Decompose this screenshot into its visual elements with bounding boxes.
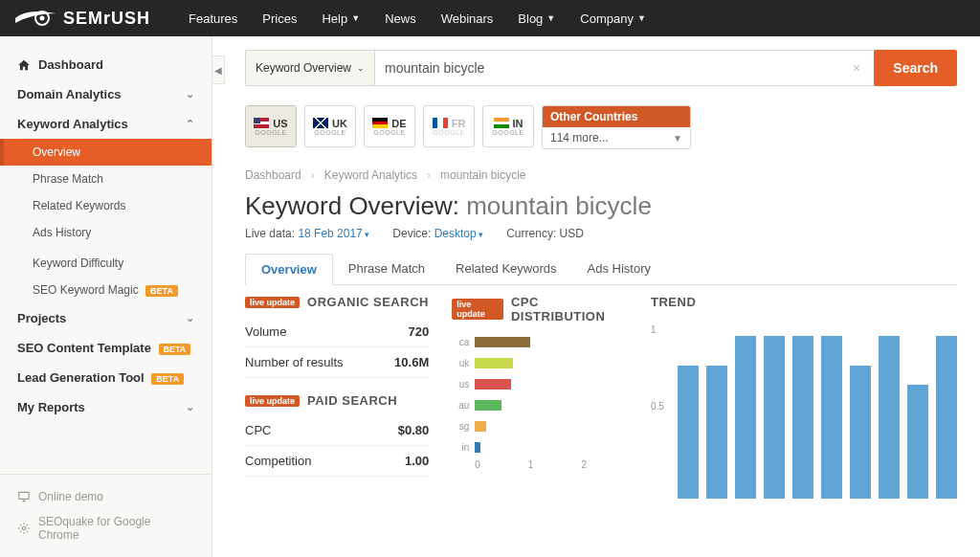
sidebar-lead-generation-tool[interactable]: Lead Generation Tool BETA bbox=[0, 363, 212, 392]
flag-us-icon bbox=[254, 118, 269, 128]
trend-title: TREND bbox=[651, 295, 696, 309]
country-in[interactable]: IN GOOGLE bbox=[482, 105, 534, 147]
trend-bar bbox=[821, 336, 842, 499]
nav-webinars[interactable]: Webinars bbox=[441, 11, 494, 26]
flag-de-icon bbox=[372, 118, 388, 128]
svg-point-1 bbox=[40, 16, 45, 21]
sidebar-sub-related-keywords[interactable]: Related Keywords bbox=[0, 192, 212, 219]
flag-fr-icon bbox=[433, 118, 448, 128]
country-selector: US GOOGLE UK GOOGLE DE GOOGLE FR GOOGLE … bbox=[245, 105, 957, 149]
caret-down-icon: ▼ bbox=[637, 13, 646, 23]
cpc-bar-label: sg bbox=[452, 421, 469, 432]
top-nav: SEMrUSH Features Prices Help▼ News Webin… bbox=[0, 0, 980, 36]
caret-down-icon: ▼ bbox=[546, 13, 555, 23]
nav-company[interactable]: Company▼ bbox=[580, 11, 646, 26]
sidebar-collapse-toggle[interactable]: ◀ bbox=[212, 56, 225, 84]
search-button[interactable]: Search bbox=[874, 50, 957, 86]
nav-help[interactable]: Help▼ bbox=[322, 11, 360, 26]
trend-ytick-1: 1 bbox=[651, 324, 657, 335]
trend-bar bbox=[936, 336, 957, 499]
main-content: ◀ Keyword Overview ⌄ × Search US GOOGLE … bbox=[212, 36, 980, 557]
gear-icon bbox=[17, 522, 31, 535]
sidebar-sub-keyword-difficulty[interactable]: Keyword Difficulty bbox=[0, 250, 212, 277]
trend-ytick-05: 0.5 bbox=[651, 401, 664, 412]
kv-competition: Competition 1.00 bbox=[245, 446, 429, 477]
sidebar-domain-analytics[interactable]: Domain Analytics ⌄ bbox=[0, 79, 212, 109]
cpc-bar-label: au bbox=[452, 400, 469, 411]
country-de[interactable]: DE GOOGLE bbox=[364, 105, 415, 147]
sidebar-sub-phrase-match[interactable]: Phrase Match bbox=[0, 166, 212, 192]
nav-news[interactable]: News bbox=[385, 11, 416, 26]
beta-badge: BETA bbox=[145, 285, 178, 297]
currency-value: USD bbox=[560, 227, 584, 240]
tab-overview[interactable]: Overview bbox=[245, 254, 333, 285]
cpc-bar bbox=[475, 442, 480, 453]
panel-trend: TREND 1 0.5 bbox=[651, 295, 957, 499]
nav-prices[interactable]: Prices bbox=[262, 11, 297, 26]
crumb-current: mountain bicycle bbox=[440, 168, 525, 182]
crumb-dashboard[interactable]: Dashboard bbox=[245, 168, 301, 182]
nav-features[interactable]: Features bbox=[189, 11, 237, 26]
cpc-bar-label: ca bbox=[452, 337, 469, 347]
trend-bar bbox=[678, 366, 699, 499]
device-dropdown[interactable]: Desktop bbox=[434, 227, 484, 240]
chevron-up-icon: ⌃ bbox=[186, 118, 194, 130]
caret-down-icon: ▼ bbox=[673, 133, 682, 144]
kv-volume: Volume 720 bbox=[245, 317, 429, 347]
nav-blog[interactable]: Blog▼ bbox=[518, 11, 555, 26]
sidebar-sub-seo-keyword-magic[interactable]: SEO Keyword Magic BETA bbox=[0, 277, 212, 303]
sidebar-my-reports[interactable]: My Reports ⌄ bbox=[0, 392, 212, 422]
logo[interactable]: SEMrUSH bbox=[13, 9, 150, 29]
topnav-items: Features Prices Help▼ News Webinars Blog… bbox=[189, 11, 646, 26]
live-update-badge: live update bbox=[245, 297, 300, 308]
keyword-overview-dropdown[interactable]: Keyword Overview ⌄ bbox=[245, 50, 374, 86]
sidebar-dashboard[interactable]: Dashboard bbox=[0, 50, 212, 79]
cpc-bar-label: in bbox=[452, 442, 469, 453]
cpc-bar bbox=[475, 400, 501, 411]
sidebar-keyword-analytics[interactable]: Keyword Analytics ⌃ bbox=[0, 109, 212, 139]
chevron-down-icon: ⌄ bbox=[186, 401, 194, 413]
sidebar-online-demo[interactable]: Online demo bbox=[0, 484, 212, 509]
crumb-keyword-analytics[interactable]: Keyword Analytics bbox=[324, 168, 417, 182]
sidebar-seoquake[interactable]: SEOquake for Google Chrome bbox=[0, 509, 212, 547]
sidebar-sub-ads-history[interactable]: Ads History bbox=[0, 219, 212, 246]
beta-badge: BETA bbox=[151, 373, 184, 385]
country-fr[interactable]: FR GOOGLE bbox=[423, 105, 475, 147]
search-input[interactable] bbox=[374, 50, 876, 86]
cpc-bar-row: ca bbox=[452, 331, 628, 352]
beta-badge: BETA bbox=[159, 344, 191, 355]
panels: live update ORGANIC SEARCH Volume 720 Nu… bbox=[245, 295, 957, 499]
live-update-badge: live update bbox=[452, 299, 503, 320]
logo-text: SEMrUSH bbox=[63, 9, 150, 29]
tab-ads-history[interactable]: Ads History bbox=[572, 254, 666, 284]
page-title: Keyword Overview: mountain bicycle bbox=[245, 191, 957, 221]
cpc-distribution-chart: caukusausgin012 bbox=[452, 331, 628, 470]
tabs: Overview Phrase Match Related Keywords A… bbox=[245, 254, 957, 285]
trend-bar bbox=[879, 336, 900, 499]
cpc-bar-row: au bbox=[452, 394, 628, 415]
tab-related-keywords[interactable]: Related Keywords bbox=[440, 254, 572, 284]
sidebar: Dashboard Domain Analytics ⌄ Keyword Ana… bbox=[0, 36, 212, 557]
other-countries-dropdown[interactable]: Other Countries 114 more... ▼ bbox=[542, 105, 691, 149]
sidebar-seo-content-template[interactable]: SEO Content Template BETA bbox=[0, 333, 212, 363]
trend-bar bbox=[792, 336, 813, 499]
live-data-dropdown[interactable]: 18 Feb 2017 bbox=[298, 227, 369, 240]
trend-bar bbox=[850, 366, 871, 499]
cpc-bar-row: us bbox=[452, 373, 628, 394]
trend-bar bbox=[907, 385, 928, 499]
logo-swoosh-icon bbox=[13, 10, 57, 27]
tab-phrase-match[interactable]: Phrase Match bbox=[333, 254, 440, 284]
cpc-bar-row: in bbox=[452, 436, 628, 457]
country-us[interactable]: US GOOGLE bbox=[245, 105, 297, 147]
sidebar-sub-overview[interactable]: Overview bbox=[0, 139, 212, 166]
panel-left: live update ORGANIC SEARCH Volume 720 Nu… bbox=[245, 295, 429, 499]
trend-bar bbox=[706, 366, 727, 499]
svg-point-3 bbox=[22, 526, 26, 530]
cpc-bar-label: uk bbox=[452, 358, 469, 368]
clear-input-icon[interactable]: × bbox=[853, 60, 860, 76]
country-uk[interactable]: UK GOOGLE bbox=[304, 105, 356, 147]
cpc-bar bbox=[475, 337, 530, 347]
sidebar-projects[interactable]: Projects ⌄ bbox=[0, 303, 212, 333]
svg-rect-2 bbox=[19, 492, 30, 499]
monitor-icon bbox=[17, 490, 31, 503]
